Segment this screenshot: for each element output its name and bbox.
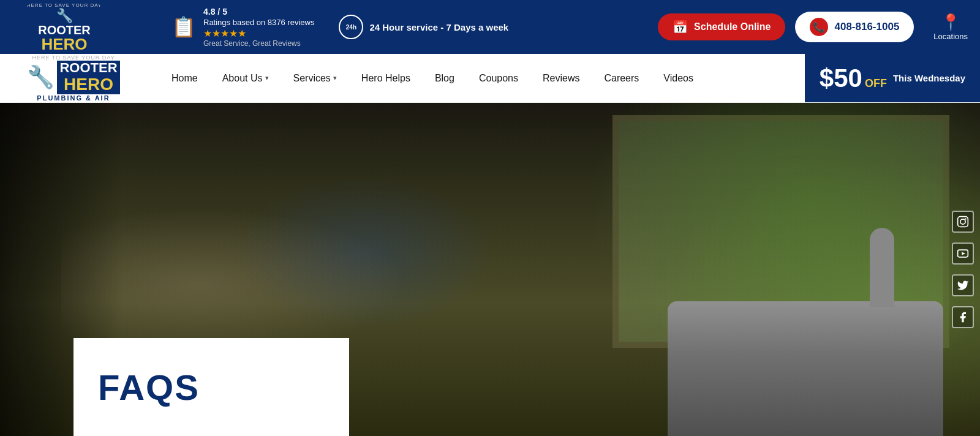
chevron-down-icon-services: ▾ (333, 74, 337, 82)
nav-about-label: About Us (222, 73, 263, 84)
nav-item-about[interactable]: About Us ▾ (210, 56, 281, 101)
svg-point-1 (960, 219, 965, 224)
logo-badge: HERE TO SAVE YOUR DAY 🔧 ROOTER HERO (12, 0, 116, 58)
nav-logo-area: HERE TO SAVE YOUR DAY 🔧 ROOTER HERO PLUM… (0, 54, 147, 102)
nav-item-services[interactable]: Services ▾ (281, 56, 349, 101)
promo-amount: $50 (820, 64, 862, 93)
rating-tagline: Great Service, Great Reviews (203, 39, 314, 48)
nav-link-careers[interactable]: Careers (592, 56, 651, 101)
nav-hero-text: HERO (57, 75, 119, 94)
nav-link-reviews[interactable]: Reviews (530, 56, 592, 101)
logo-here-text: HERE TO SAVE YOUR DAY (27, 2, 102, 8)
promo-off: OFF (865, 77, 887, 90)
nav-home-label: Home (172, 73, 198, 84)
hero-section: FAQS (0, 103, 980, 436)
buttons-area: 📅 Schedule Online 📞 408-816-1005 📍 Locat… (658, 12, 968, 42)
promo-amount-row: $50 OFF (820, 64, 887, 93)
nav-link-about[interactable]: About Us ▾ (210, 56, 281, 101)
locations-button[interactable]: 📍 Locations (933, 13, 968, 41)
svg-marker-4 (962, 252, 965, 255)
promo-box[interactable]: $50 OFF This Wednesday (805, 54, 980, 102)
hero-faucet (870, 228, 894, 307)
faqs-title: FAQS (98, 367, 200, 408)
nav-link-coupons[interactable]: Coupons (467, 56, 530, 101)
youtube-icon[interactable] (952, 242, 974, 265)
nav-item-videos[interactable]: Videos (651, 56, 706, 101)
instagram-icon[interactable] (952, 211, 974, 233)
nav-link-home[interactable]: Home (159, 56, 210, 101)
top-bar: HERE TO SAVE YOUR DAY 🔧 ROOTER HERO 📋 4.… (0, 0, 980, 54)
nav-item-reviews[interactable]: Reviews (530, 56, 592, 101)
logo-area: HERE TO SAVE YOUR DAY 🔧 ROOTER HERO (12, 0, 159, 58)
nav-item-hero-helps[interactable]: Hero Helps (349, 56, 423, 101)
nav-careers-label: Careers (604, 73, 639, 84)
locations-label: Locations (933, 32, 968, 41)
clock-icon: 24h (339, 15, 363, 39)
logo-rooter: ROOTER (38, 24, 91, 36)
nav-rooter-text: ROOTER (57, 61, 119, 75)
ratings-icon: 📋 (172, 15, 196, 39)
social-sidebar (946, 205, 980, 334)
rating-label: Ratings based on 8376 reviews (203, 18, 314, 27)
phone-icon: 📞 (810, 18, 828, 36)
facebook-icon[interactable] (952, 306, 974, 328)
nav-link-hero-helps[interactable]: Hero Helps (349, 56, 423, 101)
nav-item-coupons[interactable]: Coupons (467, 56, 530, 101)
nav-plumbing-text: PLUMBING & AIR (27, 94, 119, 102)
nav-logo-row: 🔧 ROOTER HERO (27, 61, 119, 94)
hero-sink-counter (668, 301, 943, 436)
logo-mascot: 🔧 (56, 8, 73, 24)
svg-rect-0 (958, 217, 968, 227)
nav-videos-label: Videos (663, 73, 693, 84)
svg-point-2 (965, 218, 967, 220)
nav-item-blog[interactable]: Blog (423, 56, 467, 101)
nav-link-services[interactable]: Services ▾ (281, 56, 349, 101)
rating-score: 4.8 / 5 (203, 7, 314, 17)
chevron-down-icon: ▾ (265, 74, 269, 82)
location-pin-icon: 📍 (941, 13, 960, 32)
nav-link-blog[interactable]: Blog (423, 56, 467, 101)
phone-button[interactable]: 📞 408-816-1005 (795, 12, 914, 42)
phone-number: 408-816-1005 (834, 21, 899, 33)
stars: ★★★★★ (203, 28, 314, 39)
nav-blog-label: Blog (435, 73, 454, 84)
schedule-button[interactable]: 📅 Schedule Online (658, 13, 785, 40)
nav-link-videos[interactable]: Videos (651, 56, 706, 101)
calendar-icon: 📅 (673, 20, 688, 34)
faqs-box: FAQS (74, 338, 349, 436)
nav-logo: HERE TO SAVE YOUR DAY 🔧 ROOTER HERO PLUM… (27, 55, 119, 102)
nav-services-label: Services (293, 73, 331, 84)
promo-day: This Wednesday (893, 72, 965, 85)
nav-bar: HERE TO SAVE YOUR DAY 🔧 ROOTER HERO PLUM… (0, 54, 980, 103)
nav-mascot-icon: 🔧 (27, 64, 55, 90)
nav-logo-text: ROOTER HERO (57, 61, 119, 94)
nav-hero-helps-label: Hero Helps (361, 73, 410, 84)
logo-hero: HERO (41, 36, 87, 52)
schedule-label: Schedule Online (694, 21, 771, 32)
service-hours: 24h 24 Hour service - 7 Days a week (339, 15, 508, 39)
nav-reviews-label: Reviews (543, 73, 579, 84)
service-hours-text: 24 Hour service - 7 Days a week (369, 22, 508, 32)
ratings-block: 📋 4.8 / 5 Ratings based on 8376 reviews … (172, 7, 314, 48)
twitter-icon[interactable] (952, 274, 974, 296)
nav-item-home[interactable]: Home (159, 56, 210, 101)
nav-item-careers[interactable]: Careers (592, 56, 651, 101)
nav-coupons-label: Coupons (479, 73, 518, 84)
